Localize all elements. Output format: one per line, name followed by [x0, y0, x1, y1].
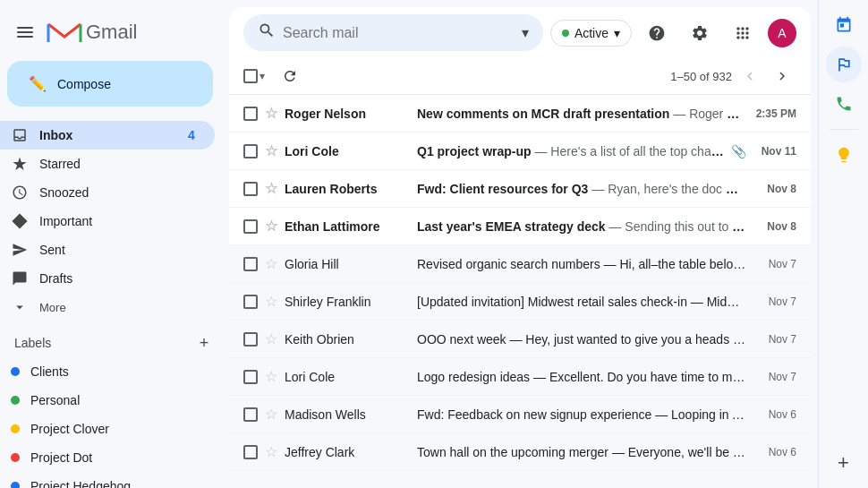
- email-row[interactable]: ☆ Madison Wells Fwd: Feedback on new sig…: [229, 396, 811, 433]
- email-time: Nov 6: [753, 446, 796, 458]
- email-row[interactable]: ☆ Roger Nelson Two pics from the confere…: [229, 471, 811, 481]
- email-row[interactable]: ☆ Lori Cole Q1 project wrap-up — Here's …: [229, 133, 811, 170]
- search-input[interactable]: [283, 25, 515, 41]
- user-avatar[interactable]: A: [768, 19, 796, 47]
- contacts-app-button[interactable]: [826, 86, 862, 122]
- star-button[interactable]: ☆: [265, 105, 277, 122]
- sidebar-item-sent[interactable]: Sent: [0, 235, 215, 264]
- gmail-logo: Gmail: [47, 19, 137, 46]
- email-sender: Lori Cole: [285, 370, 410, 384]
- email-subject: Town hall on the upcoming merger — Every…: [417, 445, 746, 459]
- compose-button[interactable]: ✏️ Compose: [7, 61, 213, 107]
- label-item-project-hedgehog[interactable]: Project Hedgehog: [0, 472, 215, 488]
- email-sender: Keith Obrien: [285, 332, 410, 347]
- label-name-clients: Clients: [30, 364, 69, 379]
- email-time: Nov 7: [753, 371, 796, 383]
- email-sender: Lori Cole: [285, 144, 410, 158]
- star-button[interactable]: ☆: [265, 443, 277, 460]
- star-button[interactable]: ☆: [265, 293, 277, 310]
- star-button[interactable]: ☆: [265, 368, 277, 385]
- email-time: 2:35 PM: [753, 107, 796, 120]
- nav-section: Inbox 4 Starred Snoozed Important Sent: [0, 121, 229, 321]
- prev-page-button[interactable]: [736, 62, 764, 90]
- active-dot: [562, 30, 569, 37]
- svg-rect-2: [17, 36, 33, 38]
- personal-dot: [11, 396, 20, 405]
- email-checkbox[interactable]: [243, 295, 258, 309]
- apps-divider: [830, 129, 858, 130]
- email-time: Nov 8: [753, 220, 796, 233]
- sidebar-item-more-nav[interactable]: More: [0, 293, 215, 321]
- star-button[interactable]: ☆: [265, 218, 277, 235]
- star-button[interactable]: ☆: [265, 406, 277, 423]
- select-all-checkbox[interactable]: [243, 69, 258, 83]
- email-sender: Shirley Franklin: [285, 295, 410, 309]
- label-item-project-dot[interactable]: Project Dot: [0, 443, 215, 472]
- label-name-project-clover: Project Clover: [30, 422, 109, 436]
- label-item-clients[interactable]: Clients: [0, 357, 215, 386]
- email-sender: Madison Wells: [285, 407, 410, 422]
- sidebar-item-starred[interactable]: Starred: [0, 150, 215, 178]
- hamburger-button[interactable]: [7, 14, 43, 50]
- email-subject: Logo redesign ideas — Excellent. Do you …: [417, 370, 746, 384]
- inbox-badge: 4: [183, 128, 200, 142]
- email-subject: Revised organic search numbers — Hi, all…: [417, 257, 746, 271]
- refresh-button[interactable]: [276, 62, 304, 90]
- sidebar-item-snoozed[interactable]: Snoozed: [0, 178, 215, 207]
- email-row[interactable]: ☆ Shirley Franklin [Updated invitation] …: [229, 283, 811, 321]
- drafts-label: Drafts: [39, 271, 200, 286]
- email-checkbox[interactable]: [243, 370, 258, 384]
- email-checkbox[interactable]: [243, 182, 258, 196]
- help-button[interactable]: [639, 15, 675, 51]
- email-row[interactable]: ☆ Lauren Roberts Fwd: Client resources f…: [229, 170, 811, 208]
- email-checkbox[interactable]: [243, 445, 258, 459]
- compose-label: Compose: [57, 77, 111, 91]
- star-button[interactable]: ☆: [265, 142, 277, 159]
- label-item-personal[interactable]: Personal: [0, 386, 215, 415]
- email-row[interactable]: ☆ Lori Cole Logo redesign ideas — Excell…: [229, 358, 811, 396]
- sidebar: Gmail ✏️ Compose Inbox 4 Starred Snoozed: [0, 0, 229, 488]
- sidebar-item-inbox[interactable]: Inbox 4: [0, 121, 215, 150]
- select-dropdown-icon[interactable]: ▾: [260, 70, 265, 82]
- email-row[interactable]: ☆ Ethan Lattimore Last year's EMEA strat…: [229, 208, 811, 245]
- sidebar-item-drafts[interactable]: Drafts: [0, 264, 215, 293]
- star-button[interactable]: ☆: [265, 255, 277, 272]
- email-subject: Q1 project wrap-up — Here's a list of al…: [417, 144, 724, 158]
- apps-grid-button[interactable]: [725, 15, 761, 51]
- project-hedgehog-dot: [11, 482, 20, 488]
- add-label-button[interactable]: +: [193, 332, 215, 354]
- email-checkbox[interactable]: [243, 107, 258, 121]
- email-row[interactable]: ☆ Keith Obrien OOO next week — Hey, just…: [229, 321, 811, 358]
- snoozed-label: Snoozed: [39, 185, 200, 200]
- email-checkbox[interactable]: [243, 407, 258, 422]
- star-button[interactable]: ☆: [265, 180, 277, 197]
- email-row[interactable]: ☆ Roger Nelson New comments on MCR draft…: [229, 95, 811, 133]
- apps-panel: +: [818, 0, 868, 488]
- email-subject: Last year's EMEA strategy deck — Sending…: [417, 219, 746, 234]
- tasks-app-button[interactable]: [826, 47, 862, 82]
- keep-app-button[interactable]: [826, 137, 862, 173]
- settings-button[interactable]: [682, 15, 718, 51]
- main-content: ▾ Active ▾ A ▾: [229, 7, 811, 481]
- starred-label: Starred: [39, 157, 200, 171]
- email-row[interactable]: ☆ Jeffrey Clark Town hall on the upcomin…: [229, 433, 811, 471]
- label-item-project-clover[interactable]: Project Clover: [0, 415, 215, 443]
- search-dropdown-icon[interactable]: ▾: [522, 24, 529, 41]
- email-checkbox[interactable]: [243, 219, 258, 234]
- email-checkbox[interactable]: [243, 257, 258, 271]
- star-button[interactable]: ☆: [265, 330, 277, 347]
- email-list: ☆ Roger Nelson New comments on MCR draft…: [229, 95, 811, 481]
- add-app-button[interactable]: +: [826, 445, 862, 481]
- email-sender: Lauren Roberts: [285, 182, 410, 196]
- svg-marker-3: [13, 215, 27, 228]
- next-page-button[interactable]: [768, 62, 796, 90]
- attachment-icon: 📎: [731, 144, 746, 158]
- email-checkbox[interactable]: [243, 144, 258, 158]
- email-row[interactable]: ☆ Gloria Hill Revised organic search num…: [229, 245, 811, 283]
- email-checkbox[interactable]: [243, 332, 258, 347]
- calendar-app-button[interactable]: [826, 7, 862, 43]
- email-sender: Gloria Hill: [285, 257, 410, 271]
- sidebar-item-important[interactable]: Important: [0, 207, 215, 235]
- header-right: Active ▾ A: [550, 15, 796, 51]
- active-status-button[interactable]: Active ▾: [550, 20, 632, 47]
